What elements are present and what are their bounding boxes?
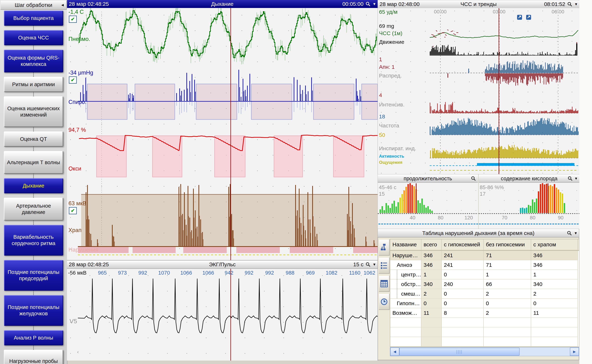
chevron-down-icon[interactable]: ▼ (373, 262, 376, 266)
trend-shortcut-icon[interactable] (517, 14, 522, 20)
event-count-value: 340 (421, 280, 442, 289)
events-row-label: Нарушения (68, 247, 98, 253)
pneumo-checkbox[interactable]: ✔ (69, 16, 77, 23)
rr-interval-value: 1160 (349, 270, 360, 276)
sidebar-item-2[interactable]: Оценка ЧСС (4, 30, 63, 45)
sidebar-item-10[interactable]: Вариабельность сердечного ритма (4, 225, 63, 256)
sidebar-item-label: Ритмы и аритмии (10, 81, 57, 88)
sidebar-item-14[interactable]: Нагрузочные пробы (4, 350, 63, 364)
numbered-list-button[interactable] (379, 257, 389, 274)
zoom-icon[interactable] (365, 262, 371, 267)
scroll-left-icon[interactable]: ‹ (77, 349, 79, 355)
ecg-lead-label: V5 (70, 318, 77, 325)
empty-cell (442, 337, 484, 347)
event-count-value: 71 (484, 251, 531, 260)
respiration-waveform-canvas[interactable] (67, 8, 378, 260)
step-connector (33, 127, 34, 131)
sidebar-item-6[interactable]: Оценка QT (4, 131, 63, 147)
trend-label: 18 (379, 113, 385, 120)
column-header[interactable]: с храпом (531, 239, 578, 250)
sidebar-item-1[interactable]: Выбор пациента (4, 11, 63, 26)
sidebar-item-3[interactable]: Оценка формы QRS-комплекса (4, 50, 63, 72)
snore-checkbox[interactable]: ✔ (69, 207, 77, 214)
chevron-down-icon[interactable]: ▼ (373, 2, 376, 6)
sidebar-item-4[interactable]: Ритмы и аритмии (4, 77, 63, 92)
scroll-left-button[interactable]: ◄ (390, 348, 399, 356)
ecg-waveform-canvas[interactable] (67, 269, 378, 361)
horizontal-scrollbar[interactable]: ◄ |||| ► (390, 347, 579, 356)
sidebar-item-9[interactable]: Артериальное давление (4, 198, 63, 221)
table-empty-row (390, 327, 579, 337)
ecg-panel: ЭКГ/Пульс 28 мар 02:48:25 15 с ▼ -56 мкВ… (67, 260, 378, 361)
sidebar-header[interactable]: Шаг обработки ◄ (0, 0, 67, 10)
event-type-name: Апноэ (397, 262, 412, 268)
collapse-icon[interactable]: ◄ (60, 3, 65, 7)
column-header[interactable]: Название (390, 239, 421, 250)
sidebar-item-11[interactable]: Поздние потенциалы предсердий (4, 260, 63, 291)
rr-interval-value: 973 (118, 270, 127, 276)
trend-label: Движение (379, 39, 404, 45)
chevron-down-icon[interactable]: ▼ (574, 231, 578, 235)
zoom-icon[interactable] (365, 1, 371, 7)
trend-label: ЧСС (1м) (379, 30, 402, 36)
clock-button[interactable] (379, 294, 389, 310)
column-header[interactable]: без гипоксемии (484, 239, 531, 250)
empty-cell (531, 318, 578, 327)
table-row[interactable]: Наруше…34624171346 (390, 251, 579, 260)
trend-label: 69 mg (379, 23, 394, 29)
column-header[interactable]: с гипоксемией (442, 239, 484, 250)
trend-label: Распред. (379, 72, 402, 79)
sidebar-item-7[interactable]: Альтернация Т волны (4, 151, 63, 174)
spiro-checkbox[interactable]: ✔ (69, 76, 77, 84)
ecg-duration: 15 с (353, 261, 363, 267)
sidebar-item-5[interactable]: Оценка ишемических изменений (4, 96, 63, 127)
step-connector (33, 174, 34, 178)
table-row[interactable]: Гипопн…0000 (390, 299, 579, 308)
empty-cell (421, 327, 442, 337)
duration-histogram-header: продолжительность (378, 175, 478, 183)
empty-cell (421, 318, 442, 327)
tree-indent-guide (397, 280, 397, 289)
zoom-icon[interactable] (567, 1, 572, 7)
histogram-axis-tick: 80 (438, 215, 443, 221)
table-view-button[interactable] (379, 275, 389, 292)
zoom-icon[interactable] (567, 230, 572, 236)
event-count-value: 0 (531, 299, 578, 308)
sidebar-item-8[interactable]: Дыхание (4, 178, 63, 193)
histogram-axis-tick: 90 (558, 215, 563, 221)
event-count-value: 8 (442, 308, 484, 318)
tree-view-button[interactable] (379, 239, 389, 256)
sidebar-item-label: Выбор пациента (11, 15, 56, 21)
window-margin (579, 0, 592, 364)
table-row[interactable]: Возмож…118211 (390, 308, 579, 318)
event-count-value: 346 (531, 251, 578, 260)
trend-shortcut-icon[interactable] (526, 14, 531, 20)
column-header[interactable]: всего (421, 239, 442, 250)
sidebar-item-12[interactable]: Поздние потенциалы желудочков (4, 295, 63, 326)
sidebar-item-label: Оценка ЧСС (16, 35, 52, 41)
empty-cell (442, 318, 484, 327)
scrollbar-thumb[interactable]: |||| (399, 348, 520, 356)
chevron-down-icon[interactable]: ▼ (574, 2, 578, 6)
rr-interval-value: 1082 (326, 270, 338, 276)
sidebar-item-label: Оценка ишемических изменений (4, 105, 63, 118)
trend-label: Активность (379, 154, 404, 159)
zoom-icon[interactable] (471, 176, 476, 181)
step-connector (33, 326, 34, 330)
event-count-value: 1 (484, 270, 531, 280)
event-type-name: центр… (401, 272, 421, 278)
ecg-title: ЭКГ/Пульс (67, 261, 378, 267)
scroll-right-button[interactable]: ► (570, 348, 579, 356)
table-row[interactable]: центр…1011 (390, 270, 579, 280)
step-connector (33, 147, 34, 151)
chevron-down-icon[interactable]: ▼ (574, 176, 578, 181)
sidebar-item-13[interactable]: Анализ Р волны (4, 330, 63, 345)
table-row[interactable]: смеш…2022 (390, 289, 579, 299)
rr-interval-value: 988 (286, 270, 295, 276)
ecg-header: ЭКГ/Пульс 28 мар 02:48:25 15 с ▼ (67, 260, 378, 269)
empty-cell (531, 327, 578, 337)
table-row[interactable]: Апноэ34624171346 (390, 260, 579, 270)
zoom-icon[interactable] (567, 176, 573, 181)
empty-cell (484, 327, 531, 337)
table-row[interactable]: обстр…34024066340 (390, 280, 579, 289)
